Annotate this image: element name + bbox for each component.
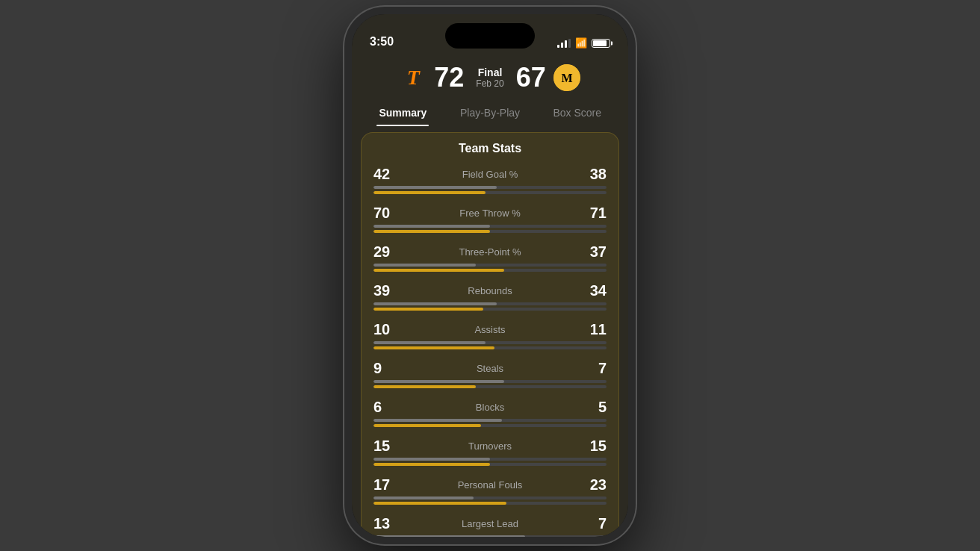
bar-gold xyxy=(373,502,607,505)
stat-label: Field Goal % xyxy=(400,169,580,180)
bar-gold xyxy=(373,191,607,194)
stat-label: Personal Fouls xyxy=(400,479,580,491)
signal-icon xyxy=(557,39,571,48)
stat-value-right: 5 xyxy=(580,399,607,416)
bar-gold xyxy=(373,308,607,311)
content-area[interactable]: Team Stats 42 Field Goal % 38 70 Free Th… xyxy=(352,126,628,537)
stat-row: 15 Turnovers 15 xyxy=(373,438,607,466)
score-header: T 72 Final Feb 20 67 M xyxy=(352,55,628,93)
stat-value-left: 42 xyxy=(373,166,400,183)
stat-value-right: 7 xyxy=(580,515,607,532)
stat-label: Free Throw % xyxy=(400,208,580,219)
stat-row: 70 Free Throw % 71 xyxy=(373,205,607,233)
bar-gray xyxy=(373,225,607,228)
missouri-logo: M xyxy=(553,64,580,91)
stat-row: 29 Three-Point % 37 xyxy=(373,243,607,272)
stat-value-right: 15 xyxy=(580,438,607,455)
stat-value-left: 39 xyxy=(373,282,400,299)
tab-summary[interactable]: Summary xyxy=(359,99,447,126)
bar-gray xyxy=(373,419,607,422)
bar-gold xyxy=(373,230,607,233)
dynamic-island xyxy=(445,23,535,49)
stat-row: 10 Assists 11 xyxy=(373,321,607,349)
team-left: T 72 xyxy=(367,62,464,93)
stat-value-right: 7 xyxy=(580,360,607,377)
bar-gold xyxy=(373,424,607,427)
stat-value-left: 29 xyxy=(373,243,400,261)
stat-value-right: 38 xyxy=(580,166,607,183)
team-left-score: 72 xyxy=(434,62,464,93)
stat-value-right: 34 xyxy=(580,282,607,299)
bar-gold xyxy=(373,346,607,349)
bar-gray xyxy=(373,496,607,499)
team-right: 67 M xyxy=(516,62,613,93)
stat-bars xyxy=(373,458,607,466)
tab-play-by-play[interactable]: Play-By-Play xyxy=(447,99,534,126)
stat-value-right: 37 xyxy=(580,243,607,261)
stat-row: 13 Largest Lead 7 xyxy=(373,515,607,537)
stat-bars xyxy=(373,535,607,537)
stat-value-right: 11 xyxy=(580,321,607,338)
team-stats-card: Team Stats 42 Field Goal % 38 70 Free Th… xyxy=(361,132,619,537)
stat-label: Turnovers xyxy=(400,441,580,452)
bar-gray xyxy=(373,380,607,383)
game-info: Final Feb 20 xyxy=(464,66,515,89)
tab-box-score[interactable]: Box Score xyxy=(533,99,621,126)
stat-label: Three-Point % xyxy=(400,246,580,258)
phone-screen: 3:50 📶 T 72 Final xyxy=(352,14,628,537)
stat-bars xyxy=(373,380,607,388)
bar-gold xyxy=(373,385,607,388)
bar-gray xyxy=(373,341,607,344)
stat-label: Largest Lead xyxy=(400,518,580,529)
tennessee-logo: T xyxy=(400,64,427,91)
game-date: Feb 20 xyxy=(476,78,503,89)
wifi-icon: 📶 xyxy=(575,37,587,49)
bar-gold xyxy=(373,463,607,466)
team-right-score: 67 xyxy=(516,62,546,93)
stat-bars xyxy=(373,225,607,233)
stat-bars xyxy=(373,496,607,505)
status-time: 3:50 xyxy=(370,35,394,49)
bar-gold xyxy=(373,269,607,272)
stat-row: 9 Steals 7 xyxy=(373,360,607,388)
stat-bars xyxy=(373,341,607,349)
stat-row: 17 Personal Fouls 23 xyxy=(373,476,607,505)
stat-value-left: 6 xyxy=(373,399,400,416)
stat-label: Assists xyxy=(400,324,580,335)
stat-value-left: 9 xyxy=(373,360,400,377)
stat-bars xyxy=(373,264,607,272)
svg-text:M: M xyxy=(561,72,572,84)
stat-value-right: 71 xyxy=(580,205,607,222)
battery-icon xyxy=(592,39,610,48)
stat-row: 39 Rebounds 34 xyxy=(373,282,607,311)
bar-gray xyxy=(373,264,607,267)
stats-rows: 42 Field Goal % 38 70 Free Throw % 71 xyxy=(373,166,607,537)
stat-value-left: 10 xyxy=(373,321,400,338)
stat-value-right: 23 xyxy=(580,476,607,494)
game-status: Final xyxy=(476,66,503,78)
bar-gray xyxy=(373,302,607,305)
stat-value-left: 15 xyxy=(373,438,400,455)
stat-label: Rebounds xyxy=(400,285,580,296)
stat-bars xyxy=(373,419,607,427)
stat-row: 6 Blocks 5 xyxy=(373,399,607,427)
stats-title: Team Stats xyxy=(373,142,607,155)
bar-gray xyxy=(373,535,607,537)
bar-gray xyxy=(373,186,607,189)
stat-bars xyxy=(373,186,607,194)
stat-bars xyxy=(373,302,607,311)
tab-bar: Summary Play-By-Play Box Score xyxy=(352,93,628,126)
stat-value-left: 70 xyxy=(373,205,400,222)
stat-label: Steals xyxy=(400,363,580,374)
stat-row: 42 Field Goal % 38 xyxy=(373,166,607,194)
phone-frame: 3:50 📶 T 72 Final xyxy=(344,7,636,544)
bar-gray xyxy=(373,458,607,461)
status-icons: 📶 xyxy=(557,37,610,49)
stat-value-left: 13 xyxy=(373,515,400,532)
stat-value-left: 17 xyxy=(373,476,400,494)
stat-label: Blocks xyxy=(400,402,580,413)
